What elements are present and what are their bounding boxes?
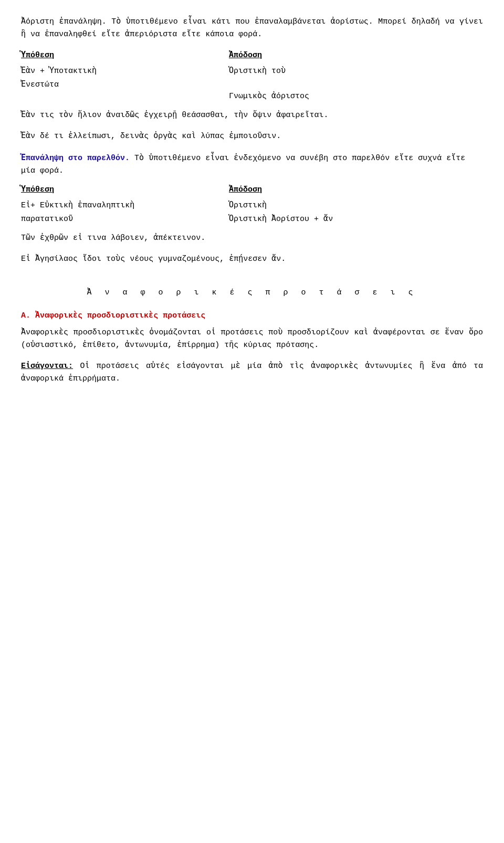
spaced-heading-text: Ἀ ν α φ ο ρ ι κ έ ς π ρ ο τ ά σ ε ι ς bbox=[87, 288, 417, 297]
table1-left: Ὑπόθεση Ἐὰν + Ὑποτακτικὴ Ἐνεστώτα bbox=[21, 49, 229, 103]
table2-left-header: Ὑπόθεση bbox=[21, 184, 229, 196]
example3-text: Τῶν ἐχθρῶν εἰ τινα λάβοιεν, ἀπέκτεινον. bbox=[21, 234, 205, 243]
section-a-heading-text: Α. Ἀναφορικὲς προσδιοριστικὲς προτάσεις bbox=[21, 311, 205, 320]
spaced-heading: Ἀ ν α φ ο ρ ι κ έ ς π ρ ο τ ά σ ε ι ς bbox=[21, 287, 483, 299]
opening-text: Ἀόριστη ἐπανάληψη. Τὸ ὑποτιθέμενο εἶναι … bbox=[21, 17, 483, 39]
table1-right: Ἀπόδοση Ὁριστικὴ τοὺ Γνωμικὸς ἀόριστος bbox=[229, 49, 483, 103]
section-a-desc: Ἀναφορικὲς προσδιοριστικὲς ὀνομάζονται ο… bbox=[21, 326, 483, 352]
example3: Τῶν ἐχθρῶν εἰ τινα λάβοιεν, ἀπέκτεινον. bbox=[21, 232, 483, 245]
table2-right-row2: Ὁριστικὴ Ἀορίστου + ἄν bbox=[229, 213, 483, 226]
section-heading-text: Ἐπανάληψη στο παρελθόν. bbox=[21, 154, 130, 163]
table2-left: Ὑπόθεση Εἰ+ Εὐκτικὴ ἐπαναληπτικὴ παρατατ… bbox=[21, 184, 229, 226]
example1-text: Ἐὰν τις τὸν ἥλιον ἀναιδῶς ἐγχειρῇ θεάσασ… bbox=[21, 111, 328, 120]
example4: Εἰ Ἀγησίλαος ἴδοι τοὺς νέους γυμναζομένο… bbox=[21, 253, 483, 266]
table2-left-row2: παρατατικοῦ bbox=[21, 213, 229, 226]
example1: Ἐὰν τις τὸν ἥλιον ἀναιδῶς ἐγχειρῇ θεάσασ… bbox=[21, 109, 483, 122]
table2: Ὑπόθεση Εἰ+ Εὐκτικὴ ἐπαναληπτικὴ παρατατ… bbox=[21, 184, 483, 226]
table1: Ὑπόθεση Ἐὰν + Ὑποτακτικὴ Ἐνεστώτα Ἀπόδοσ… bbox=[21, 49, 483, 103]
table1-right-row2: Γνωμικὸς ἀόριστος bbox=[229, 90, 483, 103]
table2-right: Ἀπόδοση Ὁριστικὴ Ὁριστικὴ Ἀορίστου + ἄν bbox=[229, 184, 483, 226]
example4-text: Εἰ Ἀγησίλαος ἴδοι τοὺς νέους γυμναζομένο… bbox=[21, 255, 286, 264]
opening-paragraph: Ἀόριστη ἐπανάληψη. Τὸ ὑποτιθέμενο εἶναι … bbox=[21, 16, 483, 41]
intro-text: Οἱ προτάσεις αὐτές εἰσάγονται μὲ μία ἀπὸ… bbox=[21, 362, 483, 383]
table1-right-row1: Ὁριστικὴ τοὺ bbox=[229, 65, 483, 78]
table1-left-header: Ὑπόθεση bbox=[21, 49, 229, 62]
section-a-heading: Α. Ἀναφορικὲς προσδιοριστικὲς προτάσεις bbox=[21, 310, 483, 322]
table2-right-row1: Ὁριστικὴ bbox=[229, 199, 483, 212]
intro-label: Εἰσάγονται: bbox=[21, 362, 73, 371]
table1-left-row1: Ἐὰν + Ὑποτακτικὴ bbox=[21, 65, 229, 78]
section-heading: Ἐπανάληψη στο παρελθόν. Τὸ ὑποτιθέμενο ε… bbox=[21, 152, 483, 177]
page-content: Ἀόριστη ἐπανάληψη. Τὸ ὑποτιθέμενο εἶναι … bbox=[21, 16, 483, 385]
table2-right-header: Ἀπόδοση bbox=[229, 184, 483, 196]
example2-text: Ἐὰν δέ τι ἐλλείπωσι, δεινὰς ὀργὰς καὶ λύ… bbox=[21, 132, 281, 141]
intro-paragraph: Εἰσάγονται: Οἱ προτάσεις αὐτές εἰσάγοντα… bbox=[21, 360, 483, 385]
table1-right-header: Ἀπόδοση bbox=[229, 49, 483, 62]
table2-left-row1: Εἰ+ Εὐκτικὴ ἐπαναληπτικὴ bbox=[21, 199, 229, 212]
table1-left-row2: Ἐνεστώτα bbox=[21, 79, 229, 91]
example2: Ἐὰν δέ τι ἐλλείπωσι, δεινὰς ὀργὰς καὶ λύ… bbox=[21, 130, 483, 143]
section-a-desc-text: Ἀναφορικὲς προσδιοριστικὲς ὀνομάζονται ο… bbox=[21, 328, 483, 350]
